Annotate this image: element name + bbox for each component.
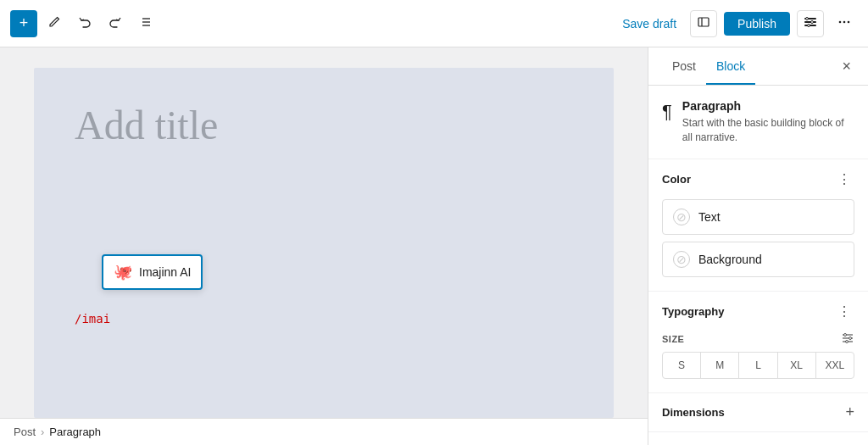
color-items: ⊘ Text ⊘ Background xyxy=(648,199,868,291)
settings-button[interactable] xyxy=(797,10,824,37)
size-s-button[interactable]: S xyxy=(663,353,701,378)
svg-point-12 xyxy=(843,21,846,24)
svg-point-13 xyxy=(848,21,850,24)
pencil-icon xyxy=(47,15,61,31)
typography-section: Typography ⋮ SIZE S M L XL XXL xyxy=(648,292,868,393)
slash-command-popup: 🐙 Imajinn AI xyxy=(102,254,203,290)
paragraph-block-icon: ¶ xyxy=(662,101,672,123)
svg-point-11 xyxy=(839,21,842,24)
toolbar-left: + xyxy=(10,10,159,37)
block-info: ¶ Paragraph Start with the basic buildin… xyxy=(648,86,868,159)
editor-area: Add title 🐙 Imajinn AI /imai Post › Para… xyxy=(0,47,648,445)
redo-icon xyxy=(108,15,122,31)
svg-point-18 xyxy=(849,337,852,339)
typography-more-button[interactable]: ⋮ xyxy=(834,302,854,321)
background-color-icon: ⊘ xyxy=(673,251,690,268)
size-label-text: SIZE xyxy=(662,334,684,344)
color-section: Color ⋮ ⊘ Text ⊘ Background xyxy=(648,159,868,292)
slash-popup-label: Imajinn AI xyxy=(139,265,191,279)
view-icon xyxy=(697,15,710,31)
redo-button[interactable] xyxy=(102,10,129,37)
color-more-button[interactable]: ⋮ xyxy=(834,170,854,189)
block-name: Paragraph xyxy=(682,99,854,113)
tools-button[interactable] xyxy=(41,10,68,37)
dimensions-section: Dimensions + xyxy=(648,393,868,432)
sidebar-tabs-left: Post Block xyxy=(662,47,755,85)
size-xl-button[interactable]: XL xyxy=(778,353,816,378)
color-section-title: Color xyxy=(662,173,691,186)
typography-section-title: Typography xyxy=(662,305,724,318)
add-block-button[interactable]: + xyxy=(10,10,37,37)
color-text-item[interactable]: ⊘ Text xyxy=(662,199,854,235)
block-description: Start with the basic building block of a… xyxy=(682,116,854,145)
color-background-label: Background xyxy=(698,253,762,266)
typography-content: SIZE S M L XL XXL xyxy=(648,331,868,392)
svg-point-17 xyxy=(844,333,847,336)
undo-icon xyxy=(78,15,92,31)
size-filter-icon xyxy=(841,331,854,347)
sidebar-tabs: Post Block × xyxy=(648,47,868,86)
svg-point-8 xyxy=(806,18,809,20)
svg-point-10 xyxy=(808,25,810,27)
undo-button[interactable] xyxy=(71,10,98,37)
size-m-button[interactable]: M xyxy=(701,353,739,378)
svg-rect-3 xyxy=(698,18,709,26)
slash-command-text[interactable]: /imai xyxy=(75,312,110,325)
list-icon xyxy=(139,15,153,31)
color-text-label: Text xyxy=(698,210,721,224)
size-buttons: S M L XL XXL xyxy=(662,352,854,379)
tab-block[interactable]: Block xyxy=(706,47,755,85)
more-options-button[interactable] xyxy=(831,10,858,37)
sidebar-close-button[interactable]: × xyxy=(838,54,854,79)
dimensions-add-button[interactable]: + xyxy=(845,403,854,421)
toolbar-right: Save draft Publish xyxy=(615,10,858,37)
settings-icon xyxy=(804,15,817,31)
dimensions-section-header[interactable]: Dimensions + xyxy=(648,393,868,431)
size-l-button[interactable]: L xyxy=(739,353,777,378)
sidebar: Post Block × ¶ Paragraph Start with the … xyxy=(648,47,868,445)
save-draft-button[interactable]: Save draft xyxy=(615,12,683,36)
ellipsis-icon xyxy=(837,15,851,31)
view-button[interactable] xyxy=(690,10,717,37)
color-section-header[interactable]: Color ⋮ xyxy=(648,159,868,199)
color-background-item[interactable]: ⊘ Background xyxy=(662,242,854,277)
block-info-text: Paragraph Start with the basic building … xyxy=(682,99,854,145)
title-placeholder[interactable]: Add title xyxy=(34,68,614,148)
imajinn-icon: 🐙 xyxy=(114,263,132,281)
toolbar: + Save draft Publish xyxy=(0,0,868,47)
main-area: Add title 🐙 Imajinn AI /imai Post › Para… xyxy=(0,47,868,445)
size-xxl-button[interactable]: XXL xyxy=(816,353,854,378)
size-label-row: SIZE xyxy=(662,331,854,347)
publish-button[interactable]: Publish xyxy=(724,12,790,36)
svg-point-9 xyxy=(811,21,814,24)
breadcrumb-root[interactable]: Post xyxy=(14,426,36,438)
tab-post[interactable]: Post xyxy=(662,47,706,85)
dimensions-section-title: Dimensions xyxy=(662,406,725,419)
breadcrumb-current: Paragraph xyxy=(49,426,101,438)
editor-canvas[interactable]: Add title 🐙 Imajinn AI /imai xyxy=(34,68,614,418)
typography-section-header[interactable]: Typography ⋮ xyxy=(648,292,868,331)
breadcrumb-separator: › xyxy=(41,426,44,438)
text-color-icon: ⊘ xyxy=(673,209,690,225)
list-view-button[interactable] xyxy=(132,10,159,37)
breadcrumb: Post › Paragraph xyxy=(0,418,648,445)
svg-point-19 xyxy=(846,340,849,342)
